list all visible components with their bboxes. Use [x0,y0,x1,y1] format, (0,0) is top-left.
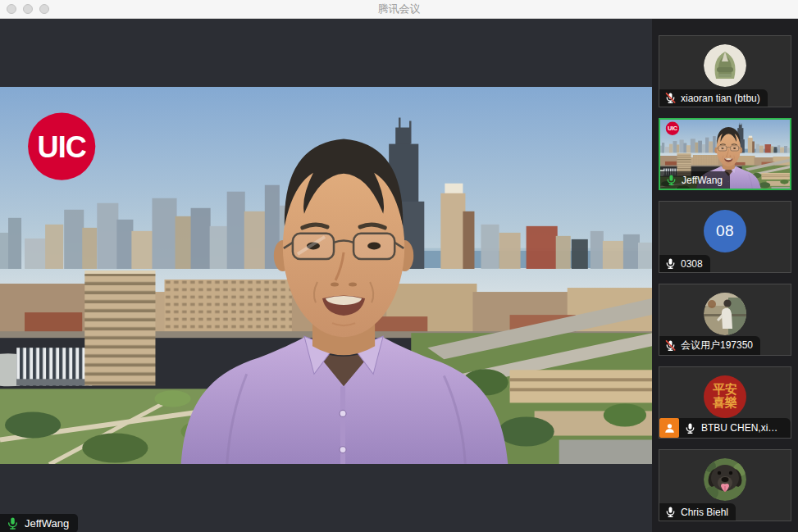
mic-active-icon [6,516,20,530]
participant-tile[interactable]: 08 0308 [659,201,791,273]
participant-name: Chris Biehl [681,507,728,518]
participant-name-label: 0308 [659,255,710,272]
main-stage[interactable]: JeffWang [0,19,652,532]
participant-name: xiaoran tian (btbu) [681,93,760,104]
participant-name: JeffWang [682,175,723,186]
mic-on-icon [664,257,677,270]
participant-name: BTBU CHEN,xingyi [701,420,783,436]
initials-avatar: 08 [704,210,746,252]
mic-on-icon [664,506,677,518]
zoom-button[interactable] [39,4,49,14]
participant-name-label: 会议用户197350 [659,336,760,355]
participant-tile[interactable]: xiaoran tian (btbu) [659,35,791,107]
avatar-text: 08 [716,222,734,240]
mic-muted-icon [664,92,677,104]
stage-video [0,87,652,464]
plant-avatar [704,44,746,87]
speaker-name-label: JeffWang [0,514,78,532]
dog-avatar [704,458,746,501]
participant-name-label: xiaoran tian (btbu) [659,89,768,107]
titlebar: 腾讯会议 [0,0,798,19]
participant-name: 会议用户197350 [681,339,753,352]
participant-name: 0308 [681,258,703,270]
meeting-content: JeffWang xiaor [0,19,798,532]
photo-avatar [704,293,746,335]
close-button[interactable] [7,4,16,14]
participants-sidebar: xiaoran tian (btbu) JeffWang 08 [652,19,798,532]
window-title: 腾讯会议 [0,2,798,16]
mic-active-icon [665,174,677,186]
mic-on-icon [684,422,696,434]
meeting-window: 腾讯会议 JeffWang [0,0,798,532]
traffic-lights [7,4,49,14]
participant-tile[interactable]: JeffWang [659,118,791,190]
participant-name-label: BTBU CHEN,xingyi [659,418,791,438]
participant-name-label: Chris Biehl [659,503,736,521]
text-avatar: 平安喜樂 [704,375,746,418]
mic-muted-icon [664,339,677,352]
speaker-name: JeffWang [25,517,69,530]
participant-tile[interactable]: 平安喜樂 BTBU CHEN,xingyi [659,366,791,439]
participant-name-label: JeffWang [660,171,730,189]
host-badge-icon [659,418,679,438]
minimize-button[interactable] [23,4,33,14]
participant-tile[interactable]: 会议用户197350 [659,284,791,356]
avatar-text: 平安喜樂 [712,384,738,410]
participant-tile[interactable]: Chris Biehl [659,449,791,521]
